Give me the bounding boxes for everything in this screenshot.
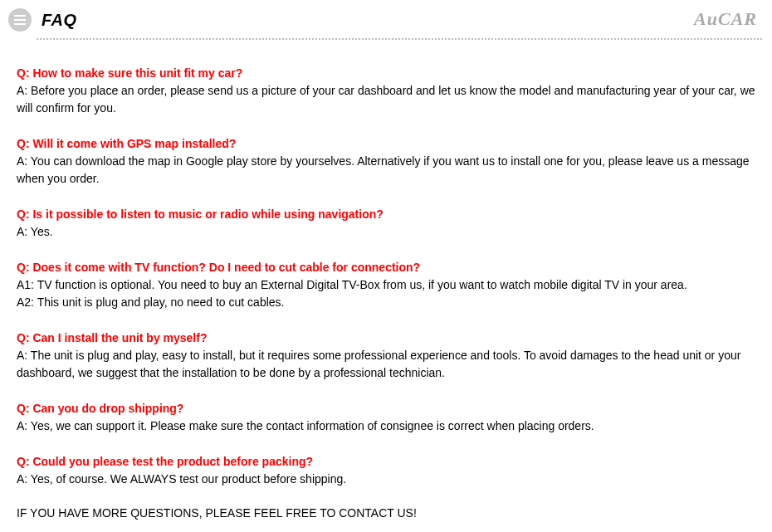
faq-question: Q: Can you do drop shipping? <box>17 400 755 417</box>
page-title: FAQ <box>42 11 77 30</box>
faq-answer: A: Yes, we can support it. Please make s… <box>17 417 755 435</box>
faq-item: Q: Does it come with TV function? Do I n… <box>17 259 755 311</box>
faq-question: Q: Can I install the unit by myself? <box>17 329 755 347</box>
faq-answer: A: You can download the map in Google pl… <box>17 153 755 188</box>
faq-item: Q: How to make sure this unit fit my car… <box>17 65 755 117</box>
faq-answer: A: Yes, of course. We ALWAYS test our pr… <box>17 471 755 488</box>
header: FAQ AuCAR <box>0 0 772 38</box>
faq-answer: A: Before you place an order, please sen… <box>17 82 755 117</box>
faq-answer: A1: TV function is optional. You need to… <box>17 276 755 294</box>
faq-question: Q: How to make sure this unit fit my car… <box>17 65 755 82</box>
faq-question: Q: Could you please test the product bef… <box>17 453 755 471</box>
faq-item: Q: Will it come with GPS map installed?A… <box>17 135 755 188</box>
hamburger-icon <box>14 15 26 25</box>
faq-answer: A: Yes. <box>17 223 755 241</box>
menu-icon[interactable] <box>8 8 32 32</box>
faq-item: Q: Is it possible to listen to music or … <box>17 206 755 241</box>
faq-question: Q: Does it come with TV function? Do I n… <box>17 259 755 276</box>
brand-logo: AuCAR <box>694 8 757 30</box>
faq-item: Q: Can I install the unit by myself?A: T… <box>17 329 755 382</box>
faq-answer: A2: This unit is plug and play, no need … <box>17 294 755 311</box>
faq-content: Q: How to make sure this unit fit my car… <box>0 40 772 528</box>
faq-question: Q: Will it come with GPS map installed? <box>17 135 755 153</box>
faq-item: Q: Could you please test the product bef… <box>17 453 755 488</box>
faq-item: Q: Can you do drop shipping?A: Yes, we c… <box>17 400 755 435</box>
faq-answer: A: The unit is plug and play, easy to in… <box>17 347 755 382</box>
faq-question: Q: Is it possible to listen to music or … <box>17 206 755 223</box>
footer-note: IF YOU HAVE MORE QUESTIONS, PLEASE FEEL … <box>17 506 755 520</box>
